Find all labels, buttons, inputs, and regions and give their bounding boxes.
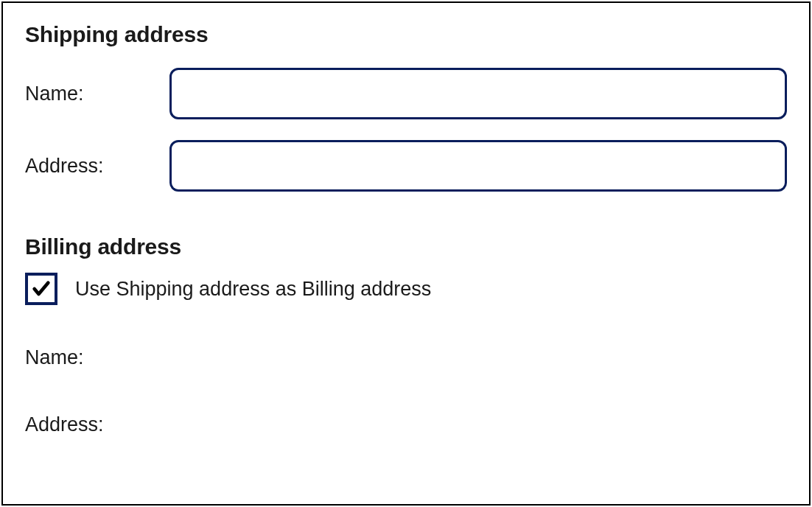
billing-name-label: Name: (25, 346, 84, 368)
shipping-address-label: Address: (25, 155, 169, 178)
use-shipping-checkbox-label: Use Shipping address as Billing address (75, 278, 431, 301)
billing-heading: Billing address (25, 234, 787, 259)
checkmark-icon (31, 279, 52, 299)
shipping-name-row: Name: (25, 68, 787, 119)
billing-name-row: Name: (25, 346, 787, 369)
billing-address-label: Address: (25, 413, 104, 436)
billing-address-row: Address: (25, 413, 787, 436)
shipping-address-input[interactable] (169, 140, 787, 192)
address-form-container: Shipping address Name: Address: Billing … (1, 1, 811, 506)
shipping-name-input[interactable] (169, 68, 787, 119)
use-shipping-checkbox-row: Use Shipping address as Billing address (25, 273, 787, 305)
shipping-heading: Shipping address (25, 22, 787, 47)
shipping-address-row: Address: (25, 140, 787, 192)
shipping-name-label: Name: (25, 83, 169, 105)
use-shipping-checkbox[interactable] (25, 273, 57, 305)
